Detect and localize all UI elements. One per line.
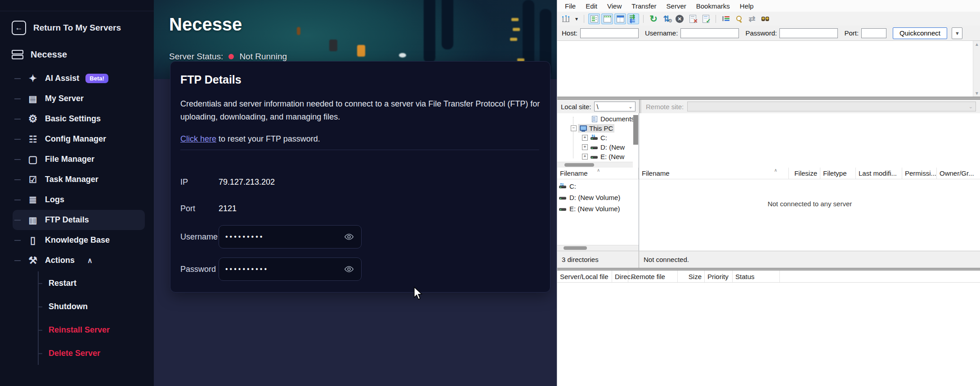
sidebar-item[interactable]: My Server	[13, 89, 145, 109]
local-file-row[interactable]: D: (New Volume)	[557, 192, 639, 203]
toggle-transfer-queue-icon[interactable]	[627, 13, 639, 24]
sidebar-item[interactable]: FTP Details	[13, 210, 145, 230]
scroll-down-icon[interactable]: ▼	[975, 91, 979, 96]
screen: ← Return To My Servers Necesse AI Assist…	[0, 0, 980, 386]
sidebar-item[interactable]: File Manager	[13, 149, 145, 169]
filename-column-header[interactable]: Filename	[557, 168, 639, 179]
menu-item[interactable]: Transfer	[626, 2, 661, 10]
tree-expander[interactable]: +	[582, 154, 588, 160]
synchronized-browsing-icon[interactable]	[746, 13, 758, 24]
action-item[interactable]: Restart	[39, 271, 147, 295]
username-field[interactable]: •••••••••	[219, 225, 362, 248]
scrollbar-thumb[interactable]	[564, 246, 587, 250]
cancel-icon[interactable]	[674, 13, 685, 24]
quickconnect-bar: Host: Username: Password: Port: Quickcon…	[557, 26, 980, 40]
column-header[interactable]: Permissi...	[902, 168, 937, 179]
sidebar-item[interactable]: Actions ∧	[13, 250, 145, 271]
reconnect-icon[interactable]	[700, 13, 712, 24]
tree-item[interactable]: − This PC	[557, 124, 632, 133]
scroll-up-icon[interactable]: ▲	[975, 42, 979, 47]
sidebar-item-label: Config Manager	[45, 134, 106, 144]
password-masked-value: ••••••••••	[225, 265, 343, 273]
menu-item[interactable]: Edit	[581, 2, 602, 10]
tree-item[interactable]: Documents	[557, 114, 632, 124]
tree-expander[interactable]: −	[571, 125, 577, 131]
horizontal-splitter[interactable]	[557, 97, 980, 100]
eye-icon[interactable]	[343, 263, 355, 275]
server-name-row[interactable]: Necesse	[12, 49, 67, 60]
column-header[interactable]: Filetype	[820, 168, 856, 179]
queue-column-header[interactable]: Status	[733, 271, 780, 282]
site-manager-icon[interactable]	[560, 13, 572, 24]
local-file-row[interactable]: C:	[557, 181, 639, 192]
host-input[interactable]	[580, 28, 639, 38]
local-file-row[interactable]: E: (New Volume)	[557, 203, 639, 214]
tree-item[interactable]: + C:	[557, 133, 632, 142]
queue-column-header[interactable]: Direc...	[612, 271, 628, 282]
queue-column-header[interactable]: Priority	[705, 271, 733, 282]
sidebar-item[interactable]: Config Manager	[13, 129, 145, 149]
scrollbar-thumb[interactable]	[564, 163, 594, 167]
menu-item[interactable]: Bookmarks	[691, 2, 735, 10]
local-status: 3 directories	[557, 251, 639, 268]
toggle-local-tree-icon[interactable]	[601, 13, 613, 24]
disconnect-icon[interactable]	[687, 13, 698, 24]
action-item[interactable]: Shutdown	[39, 295, 147, 318]
action-item[interactable]: Delete Server	[39, 342, 147, 365]
tree-scrollbar-thumb[interactable]	[633, 115, 638, 145]
directory-comparison-icon[interactable]	[733, 13, 745, 24]
return-to-servers-link[interactable]: ← Return To My Servers	[12, 21, 121, 35]
local-site-combo[interactable]: \ ⌄	[594, 102, 635, 111]
queue-column-header[interactable]: Size	[678, 271, 705, 282]
tree-item[interactable]: + D: (New	[557, 142, 632, 152]
refresh-icon[interactable]	[648, 13, 659, 24]
tree-expander[interactable]: +	[582, 144, 588, 150]
qc-password-input[interactable]	[779, 28, 838, 38]
menu-item[interactable]: View	[602, 2, 626, 10]
directory-listing-filters-icon[interactable]	[720, 13, 732, 24]
sliders-icon	[27, 134, 39, 145]
tree-item-label: Documents	[600, 115, 635, 123]
column-header[interactable]: Last modifi...	[856, 168, 902, 179]
checklist-icon	[27, 174, 39, 185]
tree-item[interactable]: + E: (New	[557, 152, 632, 161]
column-header[interactable]: Owner/Gr...	[937, 168, 978, 179]
queue-column-header[interactable]: Server/Local file	[557, 271, 612, 282]
sidebar-item[interactable]: Logs	[13, 190, 145, 210]
process-queue-icon[interactable]	[661, 13, 672, 24]
tree-horizontal-scrollbar[interactable]	[557, 162, 633, 168]
queue-column-header[interactable]: Remote file	[628, 271, 678, 282]
sidebar-item[interactable]: Knowledge Base	[13, 230, 145, 250]
main-content: Necesse Server Status: Not Running FTP D…	[154, 0, 557, 386]
qc-username-input[interactable]	[680, 28, 739, 38]
tree-expander[interactable]: +	[582, 135, 588, 141]
sidebar-item[interactable]: AI Assist Beta!	[13, 68, 145, 89]
menu-item[interactable]: File	[560, 2, 581, 10]
menu-item[interactable]: Help	[735, 2, 759, 10]
eye-icon[interactable]	[343, 231, 355, 243]
quickconnect-dropdown-button[interactable]: ▼	[952, 27, 962, 39]
quickconnect-button[interactable]: Quickconnect	[893, 27, 947, 39]
action-item[interactable]: Reinstall Server	[39, 318, 147, 342]
column-header[interactable]: Filesize	[789, 168, 820, 179]
tree-item-label: D: (New	[600, 143, 625, 151]
find-files-icon[interactable]	[759, 13, 771, 24]
column-header[interactable]: Filename	[639, 168, 789, 179]
action-item-label: Reinstall Server	[49, 325, 110, 335]
password-field[interactable]: ••••••••••	[219, 257, 362, 281]
toggle-message-log-icon[interactable]	[588, 13, 600, 24]
filezilla-window: FileEditViewTransferServerBookmarksHelp	[557, 0, 980, 386]
reset-password-line: Click here to reset your FTP password.	[180, 134, 320, 144]
actions-submenu: Restart Shutdown Reinstall Server Delete…	[38, 271, 147, 365]
password-label: Password	[180, 265, 219, 274]
local-list-horizontal-scrollbar[interactable]	[557, 245, 639, 251]
sidebar-item[interactable]: Task Manager	[13, 169, 145, 190]
ip-value: 79.127.213.202	[219, 177, 275, 187]
toggle-remote-tree-icon[interactable]	[614, 13, 626, 24]
port-row: Port 2121	[180, 204, 237, 213]
menu-item[interactable]: Server	[662, 2, 691, 10]
sidebar-item[interactable]: Basic Settings	[13, 109, 145, 129]
reset-password-link[interactable]: Click here	[180, 134, 216, 143]
qc-port-input[interactable]	[861, 28, 886, 38]
message-log-scrollbar[interactable]: ▲ ▼	[973, 41, 980, 97]
